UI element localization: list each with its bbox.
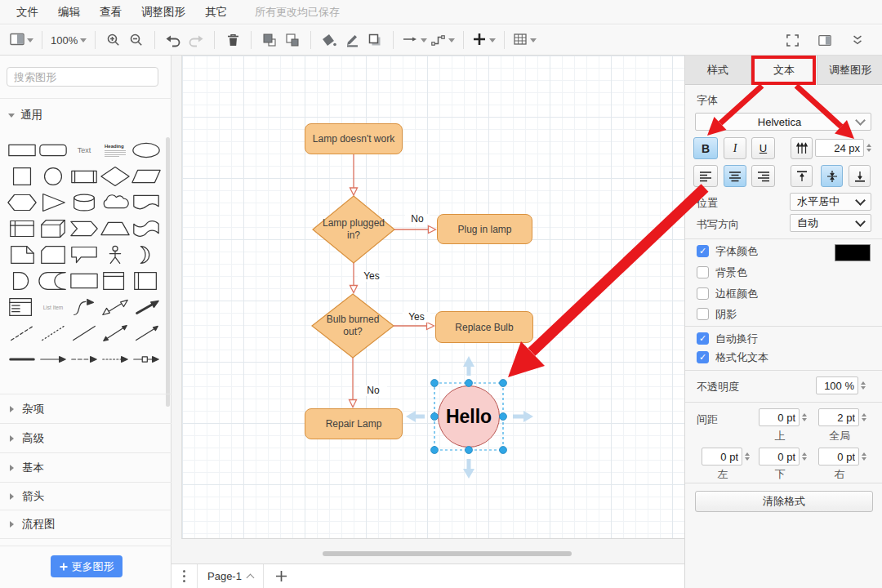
checkbox-icon[interactable]	[697, 287, 709, 300]
collapse-toolbar-button[interactable]	[846, 29, 869, 51]
shape-text[interactable]: Text	[69, 137, 100, 163]
shape-horizontal-container[interactable]	[131, 268, 162, 294]
insert-button[interactable]	[470, 29, 497, 51]
edge-label-no[interactable]: No	[359, 385, 387, 396]
shape-note[interactable]	[7, 242, 38, 268]
section-basic[interactable]: 基本	[0, 454, 171, 482]
shape-cube[interactable]	[38, 216, 69, 242]
shape-data-storage[interactable]	[38, 268, 69, 294]
edge-label-yes[interactable]: Yes	[358, 271, 385, 282]
shape-actor[interactable]	[100, 242, 131, 268]
zoom-out-button[interactable]	[125, 29, 148, 51]
fullscreen-button[interactable]	[781, 29, 804, 51]
menu-view[interactable]: 查看	[100, 5, 122, 20]
shape-dashed-line[interactable]	[7, 320, 38, 346]
menu-file[interactable]: 文件	[16, 5, 38, 20]
spacing-bottom-stepper[interactable]	[800, 448, 809, 466]
valign-bottom-button[interactable]	[849, 165, 871, 187]
font-color-checkbox-row[interactable]: 字体颜色	[697, 244, 758, 258]
view-panels-button[interactable]	[8, 29, 35, 51]
checkbox-icon[interactable]	[697, 308, 709, 320]
shape-tape[interactable]	[131, 216, 162, 242]
shape-trapezoid[interactable]	[100, 216, 131, 242]
shape-edge-arrow[interactable]	[38, 346, 69, 372]
opacity-input[interactable]	[816, 376, 858, 394]
italic-button[interactable]: I	[724, 137, 746, 159]
shape-hexagon[interactable]	[7, 189, 38, 216]
format-panel-toggle-button[interactable]	[813, 29, 836, 51]
shape-step[interactable]	[69, 216, 100, 242]
page-tab[interactable]: Page-1	[197, 564, 264, 588]
shape-triangle[interactable]	[38, 189, 69, 216]
underline-button[interactable]: U	[751, 137, 775, 159]
shape-arrow[interactable]	[131, 294, 162, 320]
writing-direction-select[interactable]: 自动	[790, 214, 871, 232]
shape-ellipse[interactable]	[131, 137, 162, 163]
checkbox-icon[interactable]	[697, 332, 709, 345]
node-lamp-doesnt-work[interactable]: Lamp doesn't work	[305, 123, 403, 154]
background-color-checkbox-row[interactable]: 背景色	[697, 265, 747, 279]
spacing-left-input[interactable]	[702, 448, 742, 466]
shape-curve[interactable]	[69, 294, 100, 320]
spacing-global-stepper[interactable]	[859, 408, 869, 426]
node-plug-in-lamp[interactable]: Plug in lamp	[437, 214, 532, 244]
section-misc[interactable]: 杂项	[0, 395, 171, 423]
tab-style[interactable]: 样式	[685, 56, 751, 85]
section-advanced[interactable]: 高级	[0, 425, 171, 452]
delete-button[interactable]	[221, 29, 244, 51]
sidebar-scrollbar[interactable]	[166, 137, 170, 407]
bold-button[interactable]: B	[693, 137, 718, 159]
align-right-button[interactable]	[751, 165, 775, 187]
add-page-button[interactable]	[275, 570, 287, 582]
edge-label-no[interactable]: No	[405, 214, 430, 225]
valign-top-button[interactable]	[791, 165, 813, 187]
font-color-swatch[interactable]	[835, 244, 871, 261]
search-input[interactable]	[7, 71, 164, 83]
shape-search[interactable]	[7, 67, 158, 87]
shape-line[interactable]	[69, 320, 100, 346]
shape-heading[interactable]: Heading	[100, 137, 131, 163]
shape-rounded-rectangle[interactable]	[38, 137, 69, 163]
shape-parallelogram[interactable]	[131, 163, 162, 189]
shape-edge-arrow-dashed-2[interactable]	[100, 346, 131, 372]
node-repair-lamp[interactable]: Repair Lamp	[305, 408, 403, 439]
table-button[interactable]	[511, 29, 538, 51]
pages-menu-icon[interactable]	[183, 570, 185, 582]
connection-button[interactable]	[400, 29, 429, 51]
shape-circle[interactable]	[38, 163, 69, 189]
to-front-button[interactable]	[258, 29, 281, 51]
waypoints-button[interactable]	[429, 29, 457, 51]
undo-button[interactable]	[162, 29, 185, 51]
tab-arrange[interactable]: 调整图形	[817, 56, 882, 85]
drawing-canvas[interactable]: Lamp doesn't work Plug in lamp Replace B…	[172, 56, 684, 564]
align-left-button[interactable]	[693, 165, 718, 187]
align-center-button[interactable]	[724, 165, 746, 187]
word-wrap-checkbox-row[interactable]: 自动换行	[697, 332, 758, 345]
section-arrows[interactable]: 箭头	[0, 483, 171, 510]
shape-container[interactable]	[69, 268, 100, 294]
opacity-stepper[interactable]	[858, 376, 868, 394]
spacing-right-stepper[interactable]	[859, 448, 869, 466]
fill-color-button[interactable]	[318, 29, 341, 51]
clear-format-button[interactable]: 清除格式	[695, 491, 873, 512]
shape-edge-arrow-dashed[interactable]	[69, 346, 100, 372]
shape-bold-line[interactable]	[7, 346, 38, 372]
border-color-checkbox-row[interactable]: 边框颜色	[697, 287, 758, 301]
node-replace-bulb[interactable]: Replace Bulb	[435, 311, 533, 343]
page-area[interactable]	[181, 56, 684, 539]
node-bulb-burned-out-label[interactable]: Bulb burned out?	[320, 314, 385, 338]
checkbox-icon[interactable]	[697, 266, 709, 278]
spacing-global-input[interactable]	[818, 408, 859, 426]
shape-vertical-container[interactable]	[100, 268, 131, 294]
zoom-in-button[interactable]	[102, 29, 125, 51]
to-back-button[interactable]	[281, 29, 304, 51]
spacing-top-input[interactable]	[759, 408, 800, 426]
font-size-stepper[interactable]	[864, 139, 874, 157]
node-hello-circle[interactable]: Hello	[438, 385, 500, 448]
shape-bidirectional-arrow[interactable]	[100, 294, 131, 320]
redo-button[interactable]	[185, 29, 207, 51]
more-shapes-button[interactable]: 更多图形	[51, 555, 122, 577]
shape-callout[interactable]	[69, 242, 100, 268]
checkbox-icon[interactable]	[697, 351, 709, 363]
shape-list-item[interactable]: List Item	[38, 294, 69, 320]
